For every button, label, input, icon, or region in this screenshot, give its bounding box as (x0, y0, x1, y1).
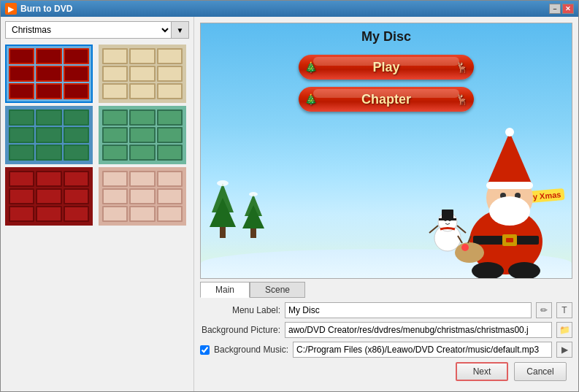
app-icon: ▶ (5, 3, 17, 15)
window-title: Burn to DVD (20, 4, 549, 14)
chapter-right-decor: 🦌 (456, 93, 468, 105)
menu-label-input[interactable] (285, 302, 532, 318)
svg-rect-17 (486, 182, 533, 189)
thumbnail-4[interactable] (99, 106, 186, 164)
main-content: Christmas ▼ (1, 17, 578, 391)
svg-marker-16 (488, 132, 532, 183)
bg-picture-folder-btn[interactable]: 📁 (556, 322, 572, 338)
bg-picture-row: Background Picture: 📁 (200, 322, 572, 338)
chapter-left-decor: 🎄 (304, 93, 317, 105)
left-panel: Christmas ▼ (1, 17, 194, 391)
close-button[interactable]: ✕ (562, 4, 574, 14)
svg-point-7 (249, 192, 258, 196)
thumbnails-grid (5, 45, 189, 226)
svg-rect-24 (506, 238, 513, 242)
thumbnail-6[interactable] (99, 167, 186, 226)
svg-rect-13 (439, 218, 456, 220)
bg-music-row: Background Music: ▶ (200, 342, 572, 358)
svg-point-21 (489, 196, 530, 226)
play-right-decor: 🦌 (456, 61, 468, 73)
bg-music-input[interactable] (293, 342, 552, 358)
play-button[interactable]: 🎄 Play 🦌 (299, 55, 474, 80)
svg-point-18 (505, 128, 514, 137)
theme-select[interactable]: Christmas (5, 21, 172, 39)
right-panel: My Disc 🎄 Play 🦌 🎄 Chapter 🦌 (194, 17, 578, 391)
chapter-label: Chapter (361, 92, 411, 107)
svg-marker-4 (242, 205, 264, 228)
svg-point-27 (455, 242, 484, 263)
next-button[interactable]: Next (456, 362, 508, 381)
bg-music-checkbox-row (200, 345, 210, 355)
minimize-button[interactable]: – (549, 4, 561, 14)
bg-music-play-btn[interactable]: ▶ (556, 342, 572, 358)
thumbnail-3[interactable] (5, 106, 93, 164)
disc-title: My Disc (201, 23, 572, 45)
thumbnail-1[interactable] (5, 45, 93, 103)
cancel-button[interactable]: Cancel (514, 362, 567, 381)
chapter-button[interactable]: 🎄 Chapter 🦌 (299, 87, 474, 112)
play-left-decor: 🎄 (304, 61, 317, 73)
bg-music-checkbox[interactable] (200, 345, 210, 355)
play-label: Play (372, 60, 399, 75)
svg-rect-5 (250, 228, 256, 238)
trees-left (208, 176, 267, 264)
window-controls: – ✕ (549, 4, 574, 14)
svg-point-28 (461, 244, 469, 251)
main-window: ▶ Burn to DVD – ✕ Christmas ▼ (0, 0, 579, 392)
svg-rect-12 (442, 210, 453, 220)
menu-buttons: 🎄 Play 🦌 🎄 Chapter 🦌 (201, 55, 572, 112)
svg-point-6 (217, 180, 229, 186)
thumbnail-2[interactable] (99, 45, 186, 103)
svg-rect-2 (220, 227, 226, 238)
bg-music-label: Background Music: (214, 345, 288, 355)
menu-label-row: Menu Label: ✏ T (200, 302, 572, 318)
christmas-scene: Merry Xmas (201, 132, 572, 278)
thumbnail-5[interactable] (5, 167, 93, 226)
bg-picture-input[interactable] (285, 322, 552, 338)
form-section: Menu Label: ✏ T Background Picture: 📁 (200, 302, 572, 358)
tab-scene[interactable]: Scene (250, 282, 305, 298)
dvd-preview: My Disc 🎄 Play 🦌 🎄 Chapter 🦌 (200, 23, 572, 279)
santa-figure (353, 118, 572, 278)
text-icon-btn[interactable]: T (556, 302, 572, 318)
preview-tabs: Main Scene (200, 282, 572, 298)
tab-main[interactable]: Main (200, 282, 250, 298)
menu-label-label: Menu Label: (200, 305, 280, 315)
bottom-bar: Next Cancel (200, 358, 572, 385)
theme-dropdown-arrow[interactable]: ▼ (172, 21, 189, 39)
bg-picture-label: Background Picture: (200, 325, 280, 335)
theme-dropdown: Christmas ▼ (5, 21, 189, 39)
title-bar: ▶ Burn to DVD – ✕ (1, 1, 578, 17)
edit-icon-btn[interactable]: ✏ (536, 302, 552, 318)
